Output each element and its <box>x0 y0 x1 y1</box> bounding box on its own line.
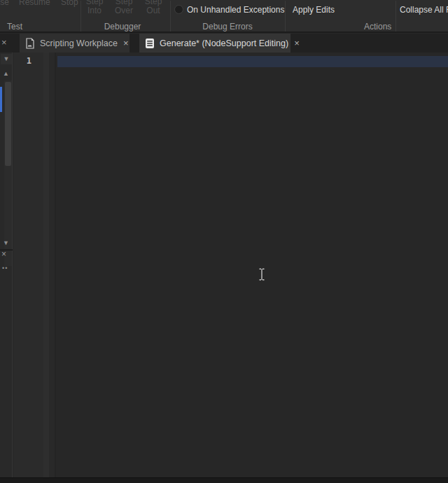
panel-close-icon[interactable]: × <box>1 37 7 48</box>
apply-edits-button[interactable]: Apply Edits <box>293 5 335 15</box>
step-into-button[interactable]: Step Into <box>82 0 107 15</box>
tab-label: Scripting Workplace <box>40 38 118 48</box>
current-line-highlight <box>57 56 448 67</box>
gutter-edge <box>49 52 55 477</box>
toolbar-divider <box>396 1 396 31</box>
tab-generate-nodesupport[interactable]: Generate* (NodeSupport Editing) × <box>139 34 290 52</box>
ibeam-cursor <box>258 268 266 281</box>
selection-accent-strip <box>0 87 2 112</box>
toolbar-divider <box>285 1 286 31</box>
step-out-button[interactable]: Step Out <box>141 0 166 15</box>
stop-button[interactable]: Stop <box>61 0 78 7</box>
scroll-down-bottom-button[interactable]: ▼ <box>3 240 9 246</box>
group-label-debugger: Debugger <box>80 22 164 31</box>
code-editor[interactable] <box>55 52 448 477</box>
scroll-up-button[interactable]: ▲ <box>3 71 9 77</box>
fold-column <box>43 52 49 477</box>
ribbon-toolbar: Pause Resume Stop Test Step Into Step Ov… <box>0 0 448 33</box>
group-label-actions: Actions <box>364 22 391 31</box>
on-unhandled-exceptions-button[interactable]: On Unhandled Exceptions <box>187 5 284 15</box>
breakpoint-circle-icon[interactable] <box>174 5 183 14</box>
script-icon <box>145 38 155 49</box>
rail-overflow-icon[interactable]: •• <box>2 265 8 272</box>
rail-scrollbar-track[interactable] <box>4 80 12 266</box>
group-label-debug-errors: Debug Errors <box>170 22 285 31</box>
group-label-test: Test <box>7 22 22 31</box>
tab-close-icon[interactable]: × <box>294 38 300 48</box>
resume-button[interactable]: Resume <box>19 0 50 7</box>
tab-scripting-workplace[interactable]: Scripting Workplace × <box>20 34 130 52</box>
document-tab-bar: × Scripting Workplace × Generate* (NodeS… <box>0 34 448 52</box>
collapse-all-folds-button[interactable]: Collapse All Folds <box>400 5 448 15</box>
rail-scrollbar-thumb[interactable] <box>5 82 11 166</box>
scroll-down-button[interactable]: ▼ <box>1 54 12 64</box>
place-document-icon <box>25 38 35 49</box>
studio-window: Pause Resume Stop Test Step Into Step Ov… <box>0 0 448 483</box>
pause-button[interactable]: Pause <box>0 0 9 7</box>
line-number-1: 1 <box>13 56 31 66</box>
rail-close-icon[interactable]: × <box>1 249 6 259</box>
editor-area: ▼ ▲ ▼ × •• 1 <box>0 52 448 477</box>
tab-label: Generate* (NodeSupport Editing) <box>160 38 288 48</box>
step-over-button[interactable]: Step Over <box>110 0 138 15</box>
tab-close-icon[interactable]: × <box>123 38 129 48</box>
status-bar <box>0 477 448 483</box>
left-panel-rail: ▼ ▲ ▼ × •• <box>0 52 13 477</box>
line-number-gutter: 1 <box>13 52 55 477</box>
